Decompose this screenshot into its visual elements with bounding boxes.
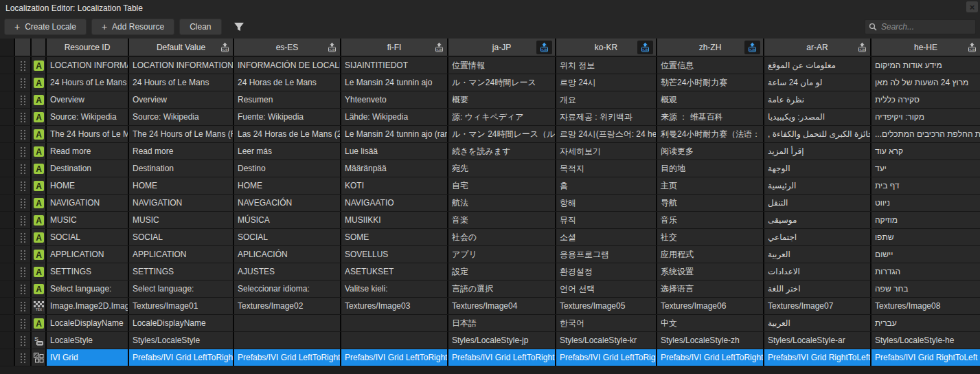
cell-es-es[interactable]: 24 Horas de Le Mans	[234, 74, 340, 91]
cell-ar-ar[interactable]: نظرة عامة	[764, 91, 870, 108]
column-es-es-k2b-icon[interactable]: K2B	[327, 43, 337, 52]
drag-handle[interactable]	[15, 126, 30, 142]
table-row[interactable]: IVI GridPrefabs/IVI Grid LeftToRightPref…	[0, 349, 980, 366]
cell-ja-jp[interactable]: 航法	[448, 195, 555, 211]
cell-default-value[interactable]: 24 Hours of Le Mans	[129, 74, 233, 91]
cell-ja-jp[interactable]: 宛先	[448, 160, 555, 177]
cell-resource-id[interactable]: Overview	[47, 91, 128, 108]
cell-resource-id[interactable]: APPLICATION	[47, 246, 128, 263]
cell-ko-kr[interactable]: Styles/LocaleStyle-kr	[556, 332, 656, 349]
cell-fi-fi[interactable]: ASETUKSET	[341, 263, 447, 280]
cell-default-value[interactable]: Overview	[129, 91, 233, 108]
cell-fi-fi[interactable]: Le Mansin 24 tunnin ajo (ran	[341, 126, 447, 142]
cell-fi-fi[interactable]: MUSIIKKI	[341, 212, 447, 228]
cell-he-he[interactable]: יעד	[871, 160, 980, 177]
cell-zh-zh[interactable]: 音乐	[657, 212, 763, 228]
drag-handle[interactable]	[15, 143, 30, 160]
cell-resource-id[interactable]: Source: Wikipedia	[47, 109, 128, 125]
cell-es-es[interactable]: Destino	[234, 160, 340, 177]
cell-ar-ar[interactable]: لو مان 24 ساعة	[764, 74, 870, 91]
cell-ja-jp[interactable]: 音楽	[448, 212, 555, 228]
cell-zh-zh[interactable]: Textures/Image06	[657, 298, 763, 314]
drag-handle[interactable]	[15, 349, 30, 366]
cell-zh-zh[interactable]: 来源 ： 维基百科	[657, 109, 763, 125]
table-row[interactable]: A 24 Hours of Le Mans24 Hours of Le Mans…	[0, 74, 980, 91]
cell-ja-jp[interactable]: Textures/Image04	[448, 298, 555, 314]
cell-he-he[interactable]: דף בית	[871, 177, 980, 194]
cell-he-he[interactable]: מקור: ויקיפדיה	[871, 109, 980, 125]
cell-fi-fi[interactable]: Prefabs/IVI Grid LeftToRight	[341, 349, 447, 366]
column-header-resource-id[interactable]: Resource ID	[47, 38, 128, 56]
cell-default-value[interactable]: HOME	[129, 177, 233, 194]
cell-default-value[interactable]: NAVIGATION	[129, 195, 233, 211]
cell-ar-ar[interactable]: العربية	[764, 246, 870, 263]
column-fi-fi-k2b-icon[interactable]: K2B	[434, 43, 444, 52]
cell-he-he[interactable]: קרא עוד	[871, 143, 980, 160]
cell-fi-fi[interactable]: SOVELLUS	[341, 246, 447, 263]
cell-ko-kr[interactable]: 소셜	[556, 229, 656, 245]
column-zh-zh-k2b-icon[interactable]: K2B	[744, 41, 760, 54]
cell-default-value[interactable]: Destination	[129, 160, 233, 177]
table-row[interactable]: A MUSICMUSICMÚSICAMUSIIKKI音楽뮤직音乐موسيقىמו…	[0, 212, 980, 228]
cell-ja-jp[interactable]: Prefabs/IVI Grid LeftToRight	[448, 349, 555, 366]
cell-resource-id[interactable]: IVI Grid	[47, 349, 128, 366]
cell-ja-jp[interactable]: 位置情報	[448, 57, 555, 74]
cell-es-es[interactable]: NAVEGACIÓN	[234, 195, 340, 211]
table-row[interactable]: A LOCATION INFORMATLOCATION INFORMATIONI…	[0, 57, 980, 74]
cell-zh-zh[interactable]: 利曼24小时耐力赛（法语：	[657, 126, 763, 142]
cell-he-he[interactable]: בחר שפה	[871, 280, 980, 297]
drag-handle[interactable]	[15, 332, 30, 349]
cell-default-value[interactable]: SOCIAL	[129, 229, 233, 245]
cell-es-es[interactable]: HOME	[234, 177, 340, 194]
drag-handle[interactable]	[15, 91, 30, 108]
table-row[interactable]: A LocaleDisplayNameLocaleDisplayName日本語한…	[0, 315, 980, 331]
cell-default-value[interactable]: Textures/Image01	[129, 298, 233, 314]
cell-es-es[interactable]: Resumen	[234, 91, 340, 108]
cell-ar-ar[interactable]: اختر اللغة	[764, 280, 870, 297]
filter-funnel-icon[interactable]	[231, 19, 247, 35]
cell-es-es[interactable]: INFORMACIÓN DE LOCALIZ	[234, 57, 340, 74]
cell-ar-ar[interactable]: Textures/Image07	[764, 298, 870, 314]
cell-ar-ar[interactable]: اجتماعي	[764, 229, 870, 245]
cell-resource-id[interactable]: Select language:	[47, 280, 128, 297]
cell-zh-zh[interactable]: Prefabs/IVI Grid LeftToRight	[657, 349, 763, 366]
cell-ko-kr[interactable]: 항해	[556, 195, 656, 211]
cell-he-he[interactable]: יישום	[871, 246, 980, 263]
cell-resource-id[interactable]: Read more	[47, 143, 128, 160]
drag-handle[interactable]	[15, 280, 30, 297]
cell-fi-fi[interactable]	[341, 332, 447, 349]
cell-ja-jp[interactable]: 社会の	[448, 229, 555, 245]
drag-handle[interactable]	[15, 160, 30, 177]
cell-resource-id[interactable]: LOCATION INFORMAT	[47, 57, 128, 74]
cell-ko-kr[interactable]: Textures/Image05	[556, 298, 656, 314]
cell-ko-kr[interactable]: 위치 정보	[556, 57, 656, 74]
table-row[interactable]: A SETTINGSSETTINGSAJUSTESASETUKSET設定환경설정…	[0, 263, 980, 280]
cell-fi-fi[interactable]: Valitse kieli:	[341, 280, 447, 297]
cell-resource-id[interactable]: LocaleDisplayName	[47, 315, 128, 331]
cell-ar-ar[interactable]: الرئيسية	[764, 177, 870, 194]
cell-fi-fi[interactable]	[341, 315, 447, 331]
drag-handle[interactable]	[15, 195, 30, 211]
cell-ko-kr[interactable]: 목적지	[556, 160, 656, 177]
cell-resource-id[interactable]: SOCIAL	[47, 229, 128, 245]
cell-fi-fi[interactable]: Textures/Image03	[341, 298, 447, 314]
cell-ar-ar[interactable]: التنقل	[764, 195, 870, 211]
cell-ko-kr[interactable]: 홈	[556, 177, 656, 194]
drag-handle[interactable]	[15, 57, 30, 74]
cell-ja-jp[interactable]: アプリ	[448, 246, 555, 263]
cell-zh-zh[interactable]: 概观	[657, 91, 763, 108]
column-header-he-he[interactable]: he-HE K2B	[871, 38, 980, 56]
cell-ar-ar[interactable]: الجائزة الكبرى للتحمل والكفاءة ,	[764, 126, 870, 142]
cell-default-value[interactable]: LocaleDisplayName	[129, 315, 233, 331]
cell-ar-ar[interactable]: إقرأ المزيد	[764, 143, 870, 160]
cell-ar-ar[interactable]: العربية	[764, 315, 870, 331]
add-resource-button[interactable]: + Add Resource	[91, 19, 174, 35]
cell-ko-kr[interactable]: 자세히보기	[556, 143, 656, 160]
cell-zh-zh[interactable]: 勒芒24小时耐力赛	[657, 74, 763, 91]
cell-ko-kr[interactable]: 자료제공 : 위키백과	[556, 109, 656, 125]
cell-resource-id[interactable]: 24 Hours of Le Mans	[47, 74, 128, 91]
cell-zh-zh[interactable]: 应用程式	[657, 246, 763, 263]
column-header-ko-kr[interactable]: ko-KR K2B	[556, 38, 656, 56]
table-row[interactable]: A OverviewOverviewResumenYhteenveto概要개요概…	[0, 91, 980, 108]
cell-he-he[interactable]: עברית	[871, 315, 980, 331]
